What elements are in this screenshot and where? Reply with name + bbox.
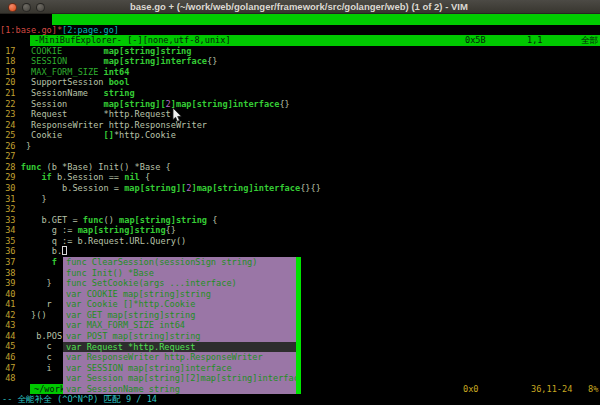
line-number: 36: [0, 246, 21, 256]
completion-item-selected[interactable]: var Request *http.Request: [63, 342, 301, 353]
completion-item[interactable]: func SetCookie(args ...interface): [63, 278, 301, 289]
code-line[interactable]: 36 b.: [0, 246, 600, 257]
completion-item[interactable]: func Init() *Base: [63, 268, 301, 279]
line-number: 18: [0, 56, 21, 66]
completion-popup: func ClearSession(sessionSign string)fun…: [63, 257, 301, 394]
line-number: 25: [0, 130, 21, 140]
mbe-ruler-scroll: 全部: [581, 35, 598, 46]
tabline-fill: [52, 14, 600, 25]
code-line[interactable]: 18 SESSION map[string]interface{}: [0, 56, 600, 67]
line-number: 34: [0, 225, 21, 235]
file-ruler-scroll: 8%: [588, 384, 598, 395]
code-line[interactable]: 22 Session map[string][2]map[string]inte…: [0, 99, 600, 110]
code-line[interactable]: 26 }: [0, 141, 600, 152]
buffer-tab[interactable]: [2:page.go]: [62, 25, 119, 35]
window-titlebar[interactable]: base.go + (~/work/web/golanger/framework…: [0, 0, 600, 14]
code-line[interactable]: 28 func (b *Base) Init() *Base {: [0, 162, 600, 173]
text-cursor: [62, 246, 67, 255]
code-line[interactable]: 30 b.Session = map[string][2]map[string]…: [0, 183, 600, 194]
code-line[interactable]: 21 SessionName string: [0, 88, 600, 99]
line-number: 27: [0, 151, 21, 161]
line-number: 43: [0, 320, 21, 330]
line-number: 29: [0, 172, 21, 182]
minibufexplorer-list: [1:base.go]*[2:page.go]: [0, 25, 600, 36]
line-number: 47: [0, 363, 21, 373]
code-line[interactable]: 20 SupportSession bool: [0, 77, 600, 88]
buffer-tab[interactable]: [1:base.go]*: [0, 25, 62, 35]
completion-item[interactable]: var SESSION map[string]interface: [63, 363, 301, 374]
completion-item[interactable]: var COOKIE map[string]string: [63, 289, 301, 300]
completion-item[interactable]: func ClearSession(sessionSign string): [63, 257, 301, 268]
mbe-ruler-hex: 0x5B: [465, 35, 486, 46]
line-number: 48: [0, 373, 21, 383]
line-number: 31: [0, 194, 21, 204]
line-number: 35: [0, 236, 21, 246]
completion-item[interactable]: var MAX_FORM_SIZE int64: [63, 320, 301, 331]
mbe-status-bar: -MiniBufExplorer- [-][none,utf-8,unix]: [30, 35, 600, 46]
line-number: 45: [0, 341, 21, 351]
line-number: 41: [0, 299, 21, 309]
line-number: 30: [0, 183, 21, 193]
completion-item[interactable]: var SessionName string: [63, 384, 301, 395]
close-button[interactable]: [8, 3, 17, 12]
code-line[interactable]: 31 }: [0, 194, 600, 205]
minibufexplorer-statusline[interactable]: 3 -MiniBufExplorer- [-][none,utf-8,unix]…: [0, 35, 600, 46]
line-number: 37: [0, 257, 21, 267]
code-line[interactable]: 23 Request *http.Request: [0, 109, 600, 120]
file-ruler-position: 36,11-24: [531, 384, 572, 395]
code-line[interactable]: 33 b.GET = func() map[string]string {: [0, 215, 600, 226]
line-number: 22: [0, 99, 21, 109]
vim-tabline[interactable]: 2+ base.go: [0, 14, 600, 25]
code-line[interactable]: 35 q := b.Request.URL.Query(): [0, 236, 600, 247]
window-title: base.go + (~/work/web/golanger/framework…: [130, 1, 468, 12]
vim-window: base.go + (~/work/web/golanger/framework…: [0, 0, 600, 405]
line-number: 26: [0, 141, 21, 151]
code-line[interactable]: 34 g := map[string]string{}: [0, 225, 600, 236]
completion-item[interactable]: var ResponseWriter http.ResponseWriter: [63, 352, 301, 363]
line-number: 33: [0, 215, 21, 225]
line-number: 17: [0, 46, 21, 56]
mouse-cursor-icon: [172, 108, 183, 123]
completion-item[interactable]: var GET map[string]string: [63, 310, 301, 321]
popup-scrollbar[interactable]: [296, 257, 301, 394]
code-line[interactable]: 32: [0, 204, 600, 215]
line-number: 39: [0, 278, 21, 288]
code-line[interactable]: 19 MAX_FORM_SIZE int64: [0, 67, 600, 78]
line-number: 19: [0, 67, 21, 77]
file-ruler-hex: 0x0: [463, 384, 479, 395]
code-line[interactable]: 17 COOKIE map[string]string: [0, 46, 600, 57]
line-number: 44: [0, 331, 21, 341]
code-line[interactable]: 24 ResponseWriter http.ResponseWriter: [0, 120, 600, 131]
line-number: 28: [0, 162, 21, 172]
line-number: 23: [0, 109, 21, 119]
line-number: 32: [0, 204, 21, 214]
line-number: 21: [0, 88, 21, 98]
line-number: 20: [0, 77, 21, 87]
completion-item[interactable]: var Session map[string][2]map[string]int…: [63, 373, 301, 384]
code-line[interactable]: 27: [0, 151, 600, 162]
minimize-button[interactable]: [22, 3, 31, 12]
mbe-ruler-position: 1,1: [527, 35, 543, 46]
code-line[interactable]: 25 Cookie []*http.Cookie: [0, 130, 600, 141]
line-number: 24: [0, 120, 21, 130]
line-number: 38: [0, 268, 21, 278]
completion-item[interactable]: var POST map[string]string: [63, 331, 301, 342]
line-number: 40: [0, 289, 21, 299]
line-number: 46: [0, 352, 21, 362]
command-line: -- 全能补全 (^O^N^P) 匹配 9 / 14: [0, 394, 600, 405]
code-line[interactable]: 29 if b.Session == nil {: [0, 172, 600, 183]
mbe-status-label: -MiniBufExplorer- [-][none,utf-8,unix]: [34, 35, 231, 46]
completion-item[interactable]: var Cookie []*http.Cookie: [63, 299, 301, 310]
maximize-button[interactable]: [36, 3, 45, 12]
line-number: 42: [0, 310, 21, 320]
